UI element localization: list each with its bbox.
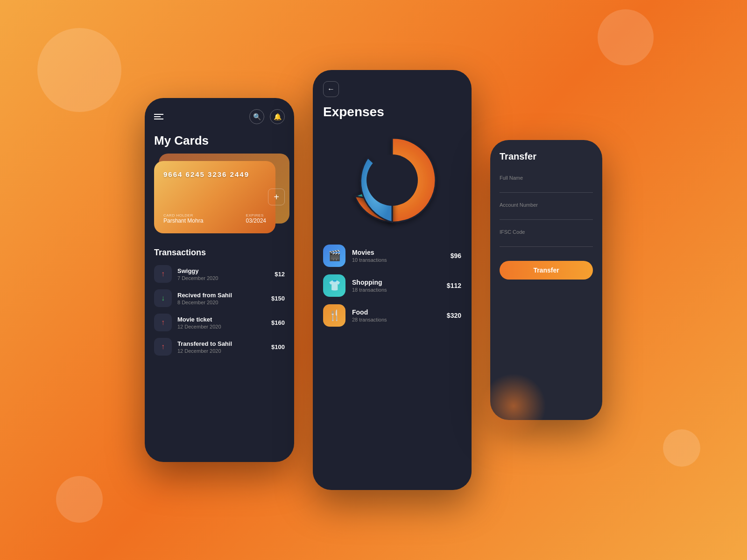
card-expiry-section: EXPIRES 03/2024 xyxy=(246,213,266,224)
cards-header: 🔍 🔔 xyxy=(154,109,285,124)
holder-label: CARD HOLDER xyxy=(163,213,203,217)
transaction-info: Movie ticket 12 December 2020 xyxy=(177,316,266,329)
expense-amount: $96 xyxy=(451,252,461,259)
transaction-info: Swiggy 7 December 2020 xyxy=(177,267,269,281)
transaction-icon-up xyxy=(154,338,172,356)
my-cards-phone: 🔍 🔔 My Cards 9664 6245 3236 2449 CARD HO… xyxy=(145,98,294,462)
list-item[interactable]: 👕 Shopping 18 transactions $112 xyxy=(323,274,461,297)
bell-icon[interactable]: 🔔 xyxy=(270,109,285,124)
transaction-name: Swiggy xyxy=(177,267,269,274)
search-icon[interactable]: 🔍 xyxy=(249,109,264,124)
down-arrow-icon xyxy=(161,294,165,302)
table-row[interactable]: Movie ticket 12 December 2020 $160 xyxy=(154,314,285,331)
account-number-field[interactable]: Account Number xyxy=(500,202,593,220)
transaction-name: Transfered to Sahil xyxy=(177,340,266,347)
transactions-title: Transactions xyxy=(154,248,285,258)
transaction-icon-up xyxy=(154,314,172,331)
food-icon: 🍴 xyxy=(323,304,345,327)
donut-chart-container xyxy=(323,129,461,231)
card-holder-section: CARD HOLDER Parshant Mohra xyxy=(163,213,203,224)
transaction-amount: $160 xyxy=(271,319,285,326)
expense-name: Movies xyxy=(352,249,444,256)
ifsc-code-label: IFSC Code xyxy=(500,229,593,235)
expense-name: Food xyxy=(352,308,440,316)
expires-label: EXPIRES xyxy=(246,213,266,217)
account-number-label: Account Number xyxy=(500,202,593,208)
transaction-amount: $100 xyxy=(271,343,285,350)
transfer-phone: Transfer Full Name Account Number IFSC C… xyxy=(490,140,602,420)
transaction-info: Transfered to Sahil 12 December 2020 xyxy=(177,340,266,354)
page-title: My Cards xyxy=(154,133,285,148)
full-name-input[interactable] xyxy=(500,183,593,193)
list-item[interactable]: 🍴 Food 28 transactions $320 xyxy=(323,304,461,327)
donut-center xyxy=(366,154,418,206)
up-arrow-icon xyxy=(161,343,165,351)
transaction-date: 12 December 2020 xyxy=(177,348,266,354)
add-card-button[interactable]: + xyxy=(268,189,285,205)
up-arrow-icon xyxy=(161,270,165,278)
transaction-date: 12 December 2020 xyxy=(177,324,266,329)
transaction-amount: $12 xyxy=(275,271,285,278)
header-icons: 🔍 🔔 xyxy=(249,109,285,124)
menu-icon[interactable] xyxy=(154,114,163,119)
transaction-name: Recived from Sahil xyxy=(177,292,266,299)
expense-list: 🎬 Movies 10 transactions $96 👕 Shopping … xyxy=(323,245,461,327)
card-number: 9664 6245 3236 2449 xyxy=(163,170,266,178)
expenses-title: Expenses xyxy=(323,105,461,119)
table-row[interactable]: Transfered to Sahil 12 December 2020 $10… xyxy=(154,338,285,356)
transaction-name: Movie ticket xyxy=(177,316,266,323)
expenses-phone: ← Expenses xyxy=(313,70,472,490)
expense-amount: $112 xyxy=(447,282,461,289)
transaction-icon-down xyxy=(154,289,172,307)
expense-info: Food 28 transactions xyxy=(352,308,440,322)
expenses-donut-chart xyxy=(341,129,444,231)
transaction-date: 7 December 2020 xyxy=(177,275,269,281)
holder-name: Parshant Mohra xyxy=(163,217,203,224)
transaction-amount: $150 xyxy=(271,295,285,302)
transaction-icon-up xyxy=(154,265,172,283)
expense-transactions: 18 transactions xyxy=(352,287,440,293)
expense-transactions: 10 transactions xyxy=(352,257,444,263)
expense-info: Movies 10 transactions xyxy=(352,249,444,263)
card-main: 9664 6245 3236 2449 CARD HOLDER Parshant… xyxy=(154,161,275,233)
transaction-info: Recived from Sahil 8 December 2020 xyxy=(177,292,266,305)
table-row[interactable]: Recived from Sahil 8 December 2020 $150 xyxy=(154,289,285,307)
transfer-button[interactable]: Transfer xyxy=(500,261,593,280)
decorative-orb xyxy=(490,373,546,420)
expense-amount: $320 xyxy=(447,312,461,319)
ifsc-code-input[interactable] xyxy=(500,238,593,247)
back-button[interactable]: ← xyxy=(323,81,339,97)
transfer-title: Transfer xyxy=(500,151,593,162)
list-item[interactable]: 🎬 Movies 10 transactions $96 xyxy=(323,245,461,267)
card-bottom: CARD HOLDER Parshant Mohra EXPIRES 03/20… xyxy=(163,213,266,224)
full-name-label: Full Name xyxy=(500,175,593,181)
expires-value: 03/2024 xyxy=(246,217,266,224)
expense-info: Shopping 18 transactions xyxy=(352,279,440,293)
account-number-input[interactable] xyxy=(500,210,593,220)
up-arrow-icon xyxy=(161,318,165,327)
expense-transactions: 28 transactions xyxy=(352,317,440,322)
movies-icon: 🎬 xyxy=(323,245,345,267)
transaction-date: 8 December 2020 xyxy=(177,300,266,305)
full-name-field[interactable]: Full Name xyxy=(500,175,593,193)
transfer-phone-wrapper: Transfer Full Name Account Number IFSC C… xyxy=(490,140,602,420)
table-row[interactable]: Swiggy 7 December 2020 $12 xyxy=(154,265,285,283)
card-area: 9664 6245 3236 2449 CARD HOLDER Parshant… xyxy=(154,157,285,237)
transaction-list: Swiggy 7 December 2020 $12 Recived from … xyxy=(154,265,285,356)
shopping-icon: 👕 xyxy=(323,274,345,297)
expense-name: Shopping xyxy=(352,279,440,286)
ifsc-code-field[interactable]: IFSC Code xyxy=(500,229,593,247)
